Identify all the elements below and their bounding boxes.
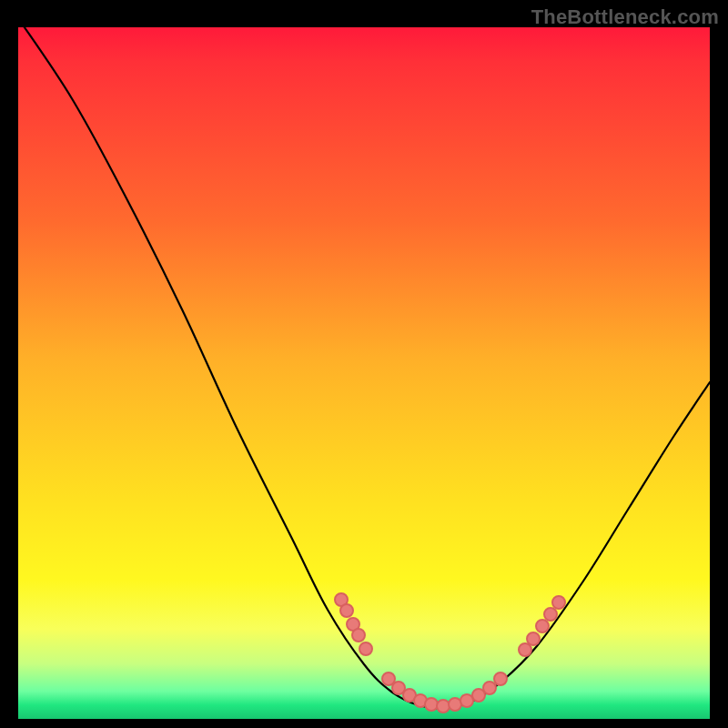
curve-marker (437, 700, 450, 713)
curve-marker (519, 643, 531, 656)
curve-marker (494, 672, 507, 685)
curve-marker (425, 698, 438, 711)
curve-marker (483, 682, 496, 694)
curve-marker (552, 596, 565, 609)
curve-svg (18, 27, 710, 719)
chart-frame: TheBottleneck.com (0, 0, 728, 728)
curve-marker (544, 608, 557, 621)
watermark-text: TheBottleneck.com (531, 5, 719, 29)
curve-marker (536, 620, 549, 632)
curve-marker (340, 604, 353, 617)
curve-marker (359, 642, 372, 655)
curve-markers (335, 593, 565, 713)
curve-marker (460, 694, 473, 707)
curve-marker (527, 632, 540, 645)
curve-marker (449, 698, 461, 711)
plot-area (18, 27, 710, 719)
curve-marker (352, 629, 365, 642)
bottleneck-curve (18, 27, 710, 708)
